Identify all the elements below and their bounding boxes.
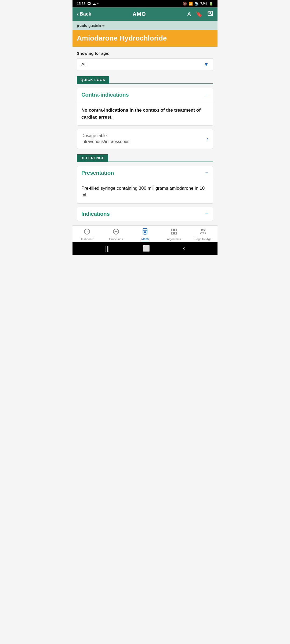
age-dropdown[interactable]: All ▼ — [77, 58, 213, 71]
guidelines-icon — [113, 228, 119, 237]
wifi-icon: 📶 — [189, 2, 193, 6]
status-left: 15:33 🖼 ☁ • — [77, 2, 99, 6]
back-button[interactable]: ‹ Back — [77, 11, 91, 17]
search-button[interactable] — [207, 10, 213, 18]
status-right: 🔇 📶 📡 72% 🔋 — [183, 2, 213, 6]
back-gesture-icon[interactable]: ‹ — [183, 245, 185, 252]
nav-title: AMO — [133, 11, 146, 17]
contra-indications-text: No contra-indications in the context of … — [81, 107, 209, 120]
quick-look-divider — [77, 83, 213, 84]
nav-icons: A 🔖 — [187, 10, 213, 18]
presentation-body: Pre-filled syringe containing 300 millig… — [77, 180, 213, 203]
font-button[interactable]: A — [187, 11, 191, 17]
page-for-age-icon — [200, 228, 206, 237]
dosage-table-row[interactable]: Dosage table:Intravenous/intraosseous › — [77, 129, 213, 149]
svg-rect-12 — [171, 232, 173, 234]
home-indicator: ||| ⬜ ‹ — [73, 242, 218, 255]
presentation-header[interactable]: Presentation − — [77, 166, 213, 180]
indications-toggle[interactable]: − — [205, 211, 209, 217]
guidelines-label: Guidelines — [109, 237, 123, 241]
drug-title-banner: Amiodarone Hydrochloride — [73, 30, 218, 47]
bookmark-button[interactable]: 🔖 — [196, 11, 202, 17]
photo-icon: 🖼 — [87, 2, 91, 6]
svg-rect-11 — [175, 229, 177, 231]
menu-icon[interactable]: ||| — [105, 245, 110, 252]
signal-icon: 📡 — [194, 2, 199, 6]
presentation-text: Pre-filled syringe containing 300 millig… — [81, 185, 209, 199]
presentation-card: Presentation − Pre-filled syringe contai… — [77, 166, 213, 204]
battery-icon: 🔋 — [209, 2, 213, 6]
presentation-toggle[interactable]: − — [205, 170, 209, 176]
dashboard-label: Dashboard — [80, 237, 94, 241]
indications-title: Indications — [81, 211, 110, 217]
dot-indicator: • — [97, 2, 99, 6]
meds-label: Meds — [142, 237, 149, 241]
svg-rect-10 — [171, 229, 173, 231]
quick-look-label: QUICK LOOK — [77, 76, 109, 83]
contra-indications-header[interactable]: Contra-indications − — [77, 88, 213, 102]
dosage-chevron-icon: › — [207, 136, 209, 142]
cloud-icon: ☁ — [92, 2, 96, 6]
battery-level: 72% — [200, 2, 207, 6]
reference-label: REFERENCE — [77, 154, 108, 162]
nav-item-algorithms[interactable]: Algorithms — [165, 228, 183, 241]
main-content: Showing for age: All ▼ QUICK LOOK Contra… — [73, 47, 218, 225]
guideline-brand: jrcalc — [77, 23, 87, 28]
back-label: Back — [80, 11, 91, 17]
page-for-age-label: Page for Age — [194, 237, 212, 241]
nav-item-guidelines[interactable]: Guidelines — [107, 228, 125, 241]
status-bar: 15:33 🖼 ☁ • 🔇 📶 📡 72% 🔋 — [73, 0, 218, 7]
top-nav: ‹ Back AMO A 🔖 — [73, 7, 218, 21]
indications-card: Indications − — [77, 207, 213, 221]
indications-header[interactable]: Indications − — [77, 207, 213, 221]
algorithms-icon — [171, 228, 177, 237]
contra-indications-body: No contra-indications in the context of … — [77, 102, 213, 125]
dropdown-selected-value: All — [81, 62, 86, 67]
presentation-title: Presentation — [81, 170, 114, 176]
guideline-type: guideline — [87, 23, 104, 28]
svg-point-14 — [201, 229, 203, 231]
meds-icon — [142, 228, 148, 236]
mute-icon: 🔇 — [183, 2, 187, 6]
svg-point-15 — [204, 229, 205, 230]
svg-point-1 — [209, 12, 211, 14]
home-button[interactable]: ⬜ — [143, 245, 150, 252]
contra-indications-toggle[interactable]: − — [205, 92, 209, 98]
reference-section-header-row: REFERENCE — [77, 154, 213, 162]
dashboard-icon — [84, 228, 90, 237]
status-time: 15:33 — [77, 2, 86, 6]
svg-point-9 — [144, 232, 146, 233]
contra-indications-card: Contra-indications − No contra-indicatio… — [77, 88, 213, 126]
dropdown-arrow-icon: ▼ — [204, 62, 209, 67]
back-chevron-icon: ‹ — [77, 11, 79, 17]
nav-item-meds[interactable]: Meds — [136, 228, 154, 241]
nav-item-page-for-age[interactable]: Page for Age — [194, 228, 212, 241]
quick-look-section-header-row: QUICK LOOK — [77, 76, 213, 84]
contra-indications-title: Contra-indications — [81, 92, 129, 98]
drug-title-text: Amiodarone Hydrochloride — [77, 34, 213, 42]
dosage-table-label: Dosage table:Intravenous/intraosseous — [81, 133, 129, 145]
guideline-label: jrcalc guideline — [73, 21, 218, 30]
showing-for-label: Showing for age: — [77, 51, 213, 56]
nav-item-dashboard[interactable]: Dashboard — [78, 228, 96, 241]
reference-divider — [77, 162, 213, 162]
bottom-nav: Dashboard Guidelines Meds — [73, 225, 218, 242]
algorithms-label: Algorithms — [167, 237, 181, 241]
svg-rect-13 — [175, 232, 177, 234]
